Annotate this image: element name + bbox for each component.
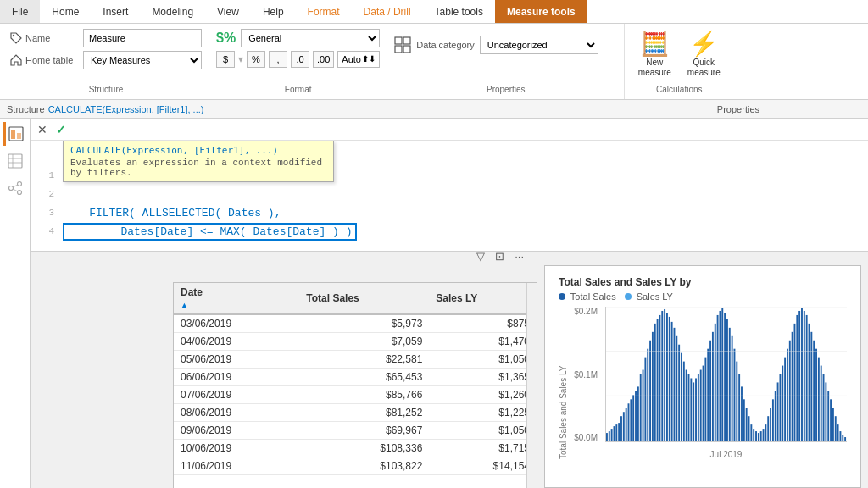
calc-buttons: 🧮 New measure ⚡ Quick measure	[632, 29, 726, 81]
spinner-arrows[interactable]: ⬆⬇	[362, 55, 376, 64]
svg-rect-83	[763, 429, 765, 441]
line-number-4: 4	[37, 226, 54, 236]
svg-rect-55	[695, 378, 697, 441]
svg-rect-71	[734, 349, 736, 441]
format-dropdown[interactable]: General Currency Percentage Whole Number…	[241, 29, 380, 47]
menu-insert[interactable]: Insert	[91, 0, 140, 23]
svg-rect-100	[804, 311, 805, 441]
menu-help[interactable]: Help	[251, 0, 296, 23]
svg-line-16	[13, 189, 18, 191]
menu-measure-tools[interactable]: Measure tools	[495, 0, 587, 23]
svg-rect-45	[671, 322, 673, 441]
svg-rect-6	[11, 130, 15, 139]
chart-y-axis-title: Total Sales and Sales LY	[559, 307, 568, 459]
svg-rect-49	[681, 353, 682, 441]
cell-sales-ly: $1,470	[429, 333, 537, 351]
svg-point-0	[13, 35, 14, 36]
table-row: 09/06/2019 $69,967 $1,050	[174, 422, 537, 440]
calculations-section-label: Calculations	[632, 83, 726, 94]
formula-code-area[interactable]: CALCULATE(Expression, [Filter1], ...) Ev…	[31, 141, 868, 251]
dollar-button[interactable]: $	[216, 51, 235, 68]
format-section-label: Format	[216, 83, 380, 94]
menu-home[interactable]: Home	[40, 0, 91, 23]
svg-rect-65	[719, 311, 721, 441]
more-options-btn[interactable]: ···	[513, 250, 526, 263]
sidebar-data-icon[interactable]	[3, 149, 27, 173]
home-icon	[10, 54, 22, 66]
menu-format[interactable]: Format	[296, 0, 352, 23]
svg-rect-82	[760, 431, 762, 441]
home-table-label: Home table	[10, 54, 78, 66]
cell-date: 07/06/2019	[174, 386, 299, 404]
svg-rect-92	[784, 358, 786, 441]
cancel-formula-button[interactable]: ✕	[36, 123, 49, 136]
svg-rect-101	[806, 315, 808, 441]
percent-button[interactable]: %	[247, 51, 265, 68]
svg-rect-89	[777, 382, 779, 441]
svg-rect-42	[664, 309, 665, 441]
svg-rect-116	[842, 435, 843, 441]
cell-date: 10/06/2019	[174, 440, 299, 458]
auto-spinner: Auto ⬆⬇	[337, 51, 380, 68]
cell-sales-ly: $1,050	[429, 351, 537, 369]
menu-table-tools[interactable]: Table tools	[423, 0, 495, 23]
cell-sales-ly: $14,154	[429, 458, 537, 475]
menu-view[interactable]: View	[205, 0, 251, 23]
data-category-label: Data category	[416, 40, 474, 50]
svg-rect-28	[630, 399, 632, 441]
svg-rect-94	[789, 341, 791, 441]
sidebar-report-icon[interactable]	[3, 122, 27, 146]
svg-rect-95	[792, 332, 793, 441]
sidebar-model-icon[interactable]	[3, 176, 27, 200]
col-header-total-sales: Total Sales	[299, 283, 429, 314]
data-table-panel: Date ▲ Total Sales Sales LY 03/06/2019 $…	[173, 282, 537, 488]
quick-measure-button[interactable]: ⚡ Quick measure	[681, 29, 726, 81]
svg-rect-102	[809, 324, 810, 441]
quick-measure-label: Quick measure	[687, 58, 721, 78]
table-row: 06/06/2019 $65,453 $1,365	[174, 369, 537, 386]
svg-rect-109	[825, 382, 826, 441]
structure-label: Structure	[10, 83, 202, 94]
new-measure-button[interactable]: 🧮 New measure	[632, 29, 677, 81]
menu-data-drill[interactable]: Data / Drill	[352, 0, 423, 23]
home-table-dropdown[interactable]: Key Measures	[83, 51, 202, 69]
code-line-4: 4 Dates[Date] <= MAX( Dates[Date] ) )	[31, 222, 868, 241]
focus-icon-btn[interactable]: ⊡	[493, 250, 506, 263]
menu-modeling[interactable]: Modeling	[140, 0, 205, 23]
svg-rect-74	[741, 386, 743, 441]
cell-sales-ly: $1,260	[429, 386, 537, 404]
svg-rect-111	[830, 399, 832, 441]
svg-point-13	[17, 182, 21, 186]
svg-rect-84	[765, 424, 766, 441]
tooltip-signature: CALCULATE(Expression, [Filter1], ...)	[70, 145, 326, 156]
svg-rect-21	[614, 426, 615, 441]
menu-bar: File Home Insert Modeling View Help Form…	[0, 0, 868, 24]
comma-button[interactable]: ,	[269, 51, 287, 68]
cell-date: 06/06/2019	[174, 369, 299, 386]
svg-rect-24	[620, 416, 622, 441]
svg-rect-66	[721, 308, 723, 441]
table-row: 03/06/2019 $5,973 $875	[174, 314, 537, 333]
data-category-dropdown[interactable]: Uncategorized Web URL Image URL Barcode	[480, 36, 598, 54]
svg-rect-115	[839, 431, 841, 441]
chart-bars-area	[605, 307, 847, 442]
menu-file[interactable]: File	[0, 0, 40, 23]
increase-decimal-button[interactable]: .00	[313, 51, 334, 68]
name-input[interactable]	[83, 29, 202, 47]
line-number-1: 1	[37, 170, 54, 180]
line-number-3: 3	[37, 208, 54, 218]
filter-icon-btn[interactable]: ▽	[475, 250, 487, 263]
svg-rect-43	[666, 313, 668, 441]
accept-formula-button[interactable]: ✓	[54, 123, 68, 136]
svg-rect-97	[796, 315, 798, 441]
svg-rect-87	[772, 399, 774, 441]
dollar-percent-icon: $%	[216, 30, 236, 46]
cell-total-sales: $7,059	[299, 333, 429, 351]
main-area: ✕ ✓ CALCULATE(Expression, [Filter1], ...…	[0, 119, 868, 488]
svg-rect-69	[729, 328, 731, 441]
svg-point-12	[8, 186, 13, 191]
svg-rect-113	[835, 416, 837, 441]
formula-area: ✕ ✓ CALCULATE(Expression, [Filter1], ...…	[31, 119, 868, 488]
table-scrollbar[interactable]	[526, 283, 537, 488]
decrease-decimal-button[interactable]: .0	[291, 51, 309, 68]
